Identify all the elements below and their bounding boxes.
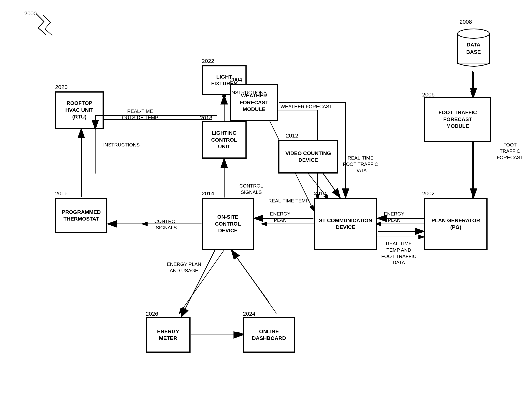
svg-line-13 <box>179 250 224 313</box>
foot-traffic-forecast-edge-label: FOOTTRAFFICFORECAST <box>491 142 529 161</box>
ref-2014-label: 2014 <box>202 190 214 197</box>
lighting-control-node: LIGHTINGCONTROLUNIT <box>202 121 247 159</box>
ref-2008-label: 2008 <box>459 19 472 25</box>
foot-traffic-forecast-label: FOOT TRAFFICFORECASTMODULE <box>438 109 477 130</box>
weather-forecast-edge-label: WEATHER FORECAST <box>280 103 332 110</box>
ref-2022-label: 2022 <box>202 58 214 64</box>
control-signals-thermo-label: CONTROLSIGNALS <box>148 218 185 231</box>
database-node: DATABASE <box>456 26 491 71</box>
energy-meter-node: ENERGYMETER <box>146 317 191 353</box>
real-time-temp-foot-label: REAL-TIMETEMP ANDFOOT TRAFFICDATA <box>377 241 420 266</box>
ref-2002-label: 2002 <box>422 190 435 197</box>
energy-plan-pg-st-label: ENERGYPLAN <box>377 211 411 224</box>
on-site-control-node: ON-SITECONTROLDEVICE <box>202 198 254 250</box>
ref-2020-label: 2020 <box>55 84 68 90</box>
st-communication-node: ST COMMUNICATIONDEVICE <box>314 198 377 250</box>
ref-2010-label: 2010 <box>314 190 326 197</box>
real-time-foot-traffic-label: REAL-TIMEFOOT TRAFFICDATA <box>342 155 379 174</box>
video-counting-label: VIDEO COUNTINGDEVICE <box>285 150 331 164</box>
energy-plan-usage-label: ENERGY PLANAND USAGE <box>163 261 205 274</box>
ref-2012-label: 2012 <box>286 132 298 139</box>
programmed-thermostat-node: PROGRAMMEDTHERMOSTAT <box>55 198 107 233</box>
ref-2026-label: 2026 <box>146 311 158 317</box>
ref-2018-label: 2018 <box>200 115 212 121</box>
control-signals-lighting-label: CONTROL SIGNALS <box>230 183 273 196</box>
svg-line-15 <box>232 250 277 313</box>
svg-point-19 <box>458 29 489 38</box>
real-time-temp-label: REAL-TIME TEMP <box>267 198 310 204</box>
diagram-container: 2000 2008 DATABASE 2006 FOOT TRAFFICFORE… <box>0 0 532 406</box>
ref-2006-label: 2006 <box>422 91 435 98</box>
ref-2004-label: 2004 <box>230 77 242 83</box>
plan-generator-label: PLAN GENERATOR(PG) <box>432 217 480 231</box>
ref-2000: 2000 <box>24 10 37 17</box>
ref-2024-label: 2024 <box>243 311 255 317</box>
plan-generator-node: PLAN GENERATOR(PG) <box>424 198 487 250</box>
instructions-light-label: INSTRUCTIONS <box>230 90 267 96</box>
lighting-control-label: LIGHTINGCONTROLUNIT <box>211 130 237 150</box>
rooftop-hvac-label: ROOFTOPHVAC UNIT(RTU) <box>65 100 93 120</box>
video-counting-node: VIDEO COUNTINGDEVICE <box>278 140 338 174</box>
ref-2016-label: 2016 <box>55 190 68 197</box>
real-time-outside-temp-label: REAL-TIMEOUTSIDE TEMP <box>114 108 166 121</box>
online-dashboard-node: ONLINEDASHBOARD <box>243 317 295 353</box>
programmed-thermostat-label: PROGRAMMEDTHERMOSTAT <box>62 209 101 222</box>
energy-plan-st-os-label: ENERGYPLAN <box>263 211 297 224</box>
database-label: DATABASE <box>456 41 491 56</box>
foot-traffic-forecast-node: FOOT TRAFFICFORECASTMODULE <box>424 97 491 142</box>
energy-meter-label: ENERGYMETER <box>157 328 179 342</box>
online-dashboard-label: ONLINEDASHBOARD <box>252 328 286 342</box>
rooftop-hvac-node: ROOFTOPHVAC UNIT(RTU) <box>55 91 104 129</box>
instructions-hvac-label: INSTRUCTIONS <box>103 142 140 148</box>
st-communication-label: ST COMMUNICATIONDEVICE <box>319 217 372 231</box>
on-site-control-label: ON-SITECONTROLDEVICE <box>215 214 241 234</box>
